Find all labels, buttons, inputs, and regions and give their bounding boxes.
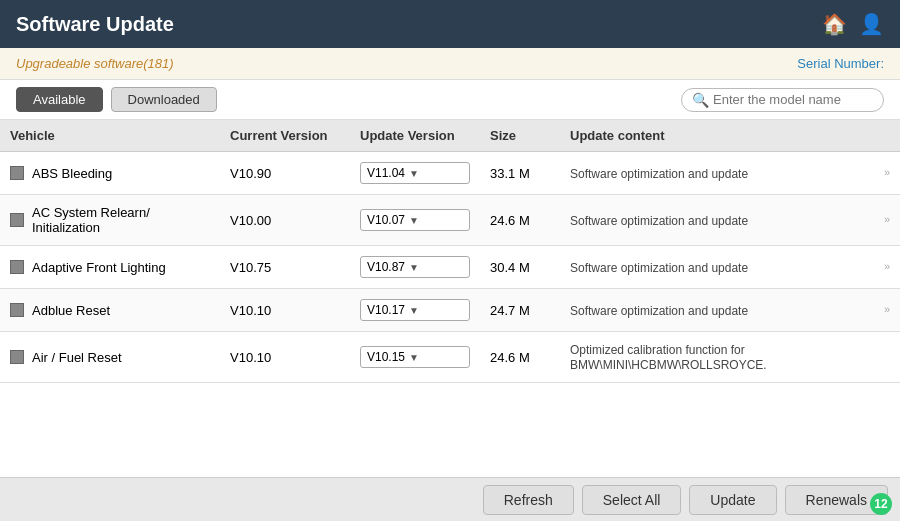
more-button-1[interactable]: » (884, 213, 890, 225)
version-dropdown-2[interactable]: V10.87 ▼ (360, 256, 470, 278)
update-version-cell-0: V11.04 ▼ (350, 152, 480, 195)
software-table: Vehicle Current Version Update Version S… (0, 120, 900, 383)
header-icons: 🏠 👤 (822, 12, 884, 36)
content-cell-2: Software optimization and update » (560, 246, 900, 289)
table-row: Adaptive Front Lighting V10.75 V10.87 ▼ … (0, 246, 900, 289)
current-version-3: V10.10 (220, 289, 350, 332)
row-checkbox-1[interactable] (10, 213, 24, 227)
vehicle-cell-1: AC System Relearn/ Initialization (0, 195, 220, 246)
size-cell-2: 30.4 M (480, 246, 560, 289)
footer: Refresh Select All Update Renewals 12 (0, 477, 900, 521)
update-version-cell-4: V10.15 ▼ (350, 332, 480, 383)
table-row: Air / Fuel Reset V10.10 V10.15 ▼ 24.6 M … (0, 332, 900, 383)
update-content-text-0: Software optimization and update (570, 167, 748, 181)
update-content-text-1: Software optimization and update (570, 214, 748, 228)
col-current: Current Version (220, 120, 350, 152)
table-row: AC System Relearn/ Initialization V10.00… (0, 195, 900, 246)
serial-number-label: Serial Number: (797, 56, 884, 71)
vehicle-cell-4: Air / Fuel Reset (0, 332, 220, 383)
size-cell-0: 33.1 M (480, 152, 560, 195)
search-input[interactable] (713, 92, 873, 107)
more-button-2[interactable]: » (884, 260, 890, 272)
table-wrapper: Vehicle Current Version Update Version S… (0, 120, 900, 477)
select-all-button[interactable]: Select All (582, 485, 682, 515)
app-container: Software Update 🏠 👤 Upgradeable software… (0, 0, 900, 521)
size-cell-1: 24.6 M (480, 195, 560, 246)
update-content-text-2: Software optimization and update (570, 261, 748, 275)
upgradeable-count: Upgradeable software(181) (16, 56, 174, 71)
vehicle-cell-0: ABS Bleeding (0, 152, 220, 195)
more-button-0[interactable]: » (884, 166, 890, 178)
col-vehicle: Vehicle (0, 120, 220, 152)
search-icon: 🔍 (692, 92, 709, 108)
table-row: Adblue Reset V10.10 V10.17 ▼ 24.7 M Soft… (0, 289, 900, 332)
more-button-3[interactable]: » (884, 303, 890, 315)
badge-count: 12 (870, 493, 892, 515)
update-version-cell-2: V10.87 ▼ (350, 246, 480, 289)
available-tab[interactable]: Available (16, 87, 103, 112)
table-header-row: Vehicle Current Version Update Version S… (0, 120, 900, 152)
downloaded-tab[interactable]: Downloaded (111, 87, 217, 112)
content-cell-0: Software optimization and update » (560, 152, 900, 195)
version-value-1: V10.07 (367, 213, 405, 227)
user-icon[interactable]: 👤 (859, 12, 884, 36)
update-content-text-4: Optimized calibration function for BMW\M… (570, 343, 767, 372)
col-size: Size (480, 120, 560, 152)
vehicle-name-1: AC System Relearn/ Initialization (32, 205, 210, 235)
current-version-1: V10.00 (220, 195, 350, 246)
update-content-text-3: Software optimization and update (570, 304, 748, 318)
version-value-3: V10.17 (367, 303, 405, 317)
refresh-button[interactable]: Refresh (483, 485, 574, 515)
search-box[interactable]: 🔍 (681, 88, 884, 112)
version-dropdown-1[interactable]: V10.07 ▼ (360, 209, 470, 231)
dropdown-arrow-icon-2: ▼ (409, 262, 419, 273)
dropdown-arrow-icon-1: ▼ (409, 215, 419, 226)
update-button[interactable]: Update (689, 485, 776, 515)
vehicle-cell-2: Adaptive Front Lighting (0, 246, 220, 289)
dropdown-arrow-icon-4: ▼ (409, 352, 419, 363)
row-checkbox-0[interactable] (10, 166, 24, 180)
update-version-cell-1: V10.07 ▼ (350, 195, 480, 246)
current-version-0: V10.90 (220, 152, 350, 195)
dropdown-arrow-icon-3: ▼ (409, 305, 419, 316)
content-cell-3: Software optimization and update » (560, 289, 900, 332)
table-body: ABS Bleeding V10.90 V11.04 ▼ 33.1 M Soft… (0, 152, 900, 383)
toolbar: Available Downloaded 🔍 (0, 80, 900, 120)
version-dropdown-3[interactable]: V10.17 ▼ (360, 299, 470, 321)
current-version-2: V10.75 (220, 246, 350, 289)
vehicle-name-0: ABS Bleeding (32, 166, 112, 181)
version-value-2: V10.87 (367, 260, 405, 274)
update-version-cell-3: V10.17 ▼ (350, 289, 480, 332)
version-value-4: V10.15 (367, 350, 405, 364)
col-content: Update content (560, 120, 900, 152)
dropdown-arrow-icon-0: ▼ (409, 168, 419, 179)
row-checkbox-4[interactable] (10, 350, 24, 364)
current-version-4: V10.10 (220, 332, 350, 383)
vehicle-cell-3: Adblue Reset (0, 289, 220, 332)
version-dropdown-4[interactable]: V10.15 ▼ (360, 346, 470, 368)
content-cell-1: Software optimization and update » (560, 195, 900, 246)
version-dropdown-0[interactable]: V11.04 ▼ (360, 162, 470, 184)
size-cell-4: 24.6 M (480, 332, 560, 383)
sub-header: Upgradeable software(181) Serial Number: (0, 48, 900, 80)
vehicle-name-3: Adblue Reset (32, 303, 110, 318)
toolbar-tabs: Available Downloaded (16, 87, 217, 112)
row-checkbox-2[interactable] (10, 260, 24, 274)
row-checkbox-3[interactable] (10, 303, 24, 317)
size-cell-3: 24.7 M (480, 289, 560, 332)
header: Software Update 🏠 👤 (0, 0, 900, 48)
home-icon[interactable]: 🏠 (822, 12, 847, 36)
version-value-0: V11.04 (367, 166, 405, 180)
vehicle-name-2: Adaptive Front Lighting (32, 260, 166, 275)
col-update: Update Version (350, 120, 480, 152)
table-row: ABS Bleeding V10.90 V11.04 ▼ 33.1 M Soft… (0, 152, 900, 195)
vehicle-name-4: Air / Fuel Reset (32, 350, 122, 365)
page-title: Software Update (16, 13, 174, 36)
content-cell-4: Optimized calibration function for BMW\M… (560, 332, 900, 383)
